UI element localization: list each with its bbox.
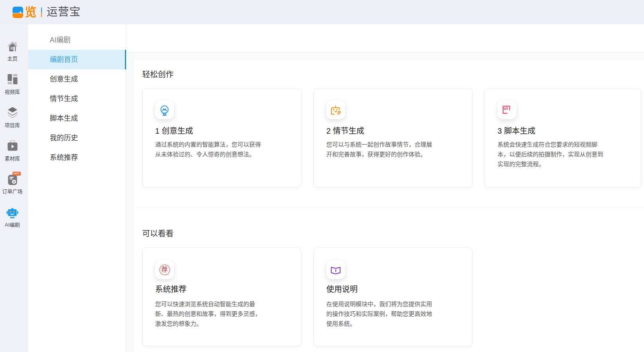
svg-text:¥: ¥ xyxy=(13,180,15,184)
